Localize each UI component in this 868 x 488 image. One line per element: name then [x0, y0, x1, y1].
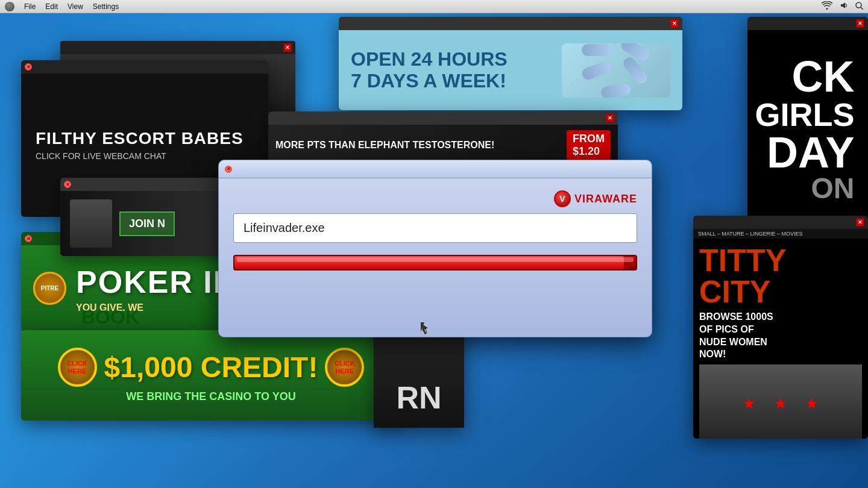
close-button-dialog[interactable]: ✕	[225, 166, 232, 173]
dialog-progress-shine	[237, 257, 634, 262]
close-button-dark-topleft[interactable]: ✕	[283, 43, 292, 52]
close-button-escort[interactable]: ✕	[25, 63, 32, 70]
popup-titty[interactable]: ✕ SMALL – MATURE – LINGERIE – MOVIES TIT…	[693, 216, 868, 439]
poker-logo-text: PITRE	[41, 285, 58, 292]
titty-sub: BROWSE 1000sOF PICS OFNUDE WOMENNOW!	[699, 311, 862, 361]
pills-visual	[562, 43, 670, 98]
escort-subtitle: CLICK FOR LIVE WEBCAM CHAT	[36, 151, 166, 161]
popup-titty-content: TITTYCITY BROWSE 1000sOF PICS OFNUDE WOM…	[693, 239, 868, 439]
pills-line1: OPEN 24 HOURS	[351, 49, 508, 70]
close-button-pills[interactable]: ✕	[670, 19, 679, 28]
wifi-icon	[822, 1, 832, 11]
ck-line1: CK	[755, 55, 860, 98]
poker-logo: PITRE	[33, 272, 66, 305]
casino-chip-label-left: CLICKHERE	[67, 360, 87, 374]
popup-escort-titlebar: ✕	[21, 60, 268, 74]
testo-text: MORE PTS THAN ELEPHANT TESTOSTERONE!	[275, 140, 494, 151]
titty-categories: SMALL – MATURE – LINGERIE – MOVIES	[693, 229, 868, 239]
viraware-logo-icon: V	[554, 190, 571, 207]
popup-testo[interactable]: ✕ MORE PTS THAN ELEPHANT TESTOSTERONE! F…	[268, 111, 618, 166]
popup-casino[interactable]: CLICKHERE $1,000 CREDIT! CLICKHERE WE BR…	[21, 330, 401, 421]
casino-amount: $1,000 CREDIT!	[104, 351, 318, 384]
close-button-join[interactable]: ✕	[64, 181, 71, 188]
sound-icon	[840, 1, 848, 11]
menu-file[interactable]: File	[24, 2, 36, 11]
apple-menu-icon[interactable]	[5, 2, 14, 11]
menu-edit[interactable]: Edit	[45, 2, 58, 11]
dialog-filename: Lifeinvader.exe	[233, 213, 637, 243]
dialog-body: V VIRAWARE Lifeinvader.exe	[219, 178, 652, 283]
casino-chip-left: CLICKHERE	[58, 348, 97, 387]
menu-settings[interactable]: Settings	[93, 2, 119, 11]
titty-star3: ★	[805, 395, 819, 412]
porn-partial-text: RN	[396, 380, 441, 416]
dialog-viraware: ✕ V VIRAWARE Lifeinvader.exe	[218, 160, 652, 337]
popup-casino-content: CLICKHERE $1,000 CREDIT! CLICKHERE WE BR…	[21, 330, 401, 421]
escort-title: FILTHY ESCORT BABES	[36, 130, 244, 148]
close-button-testo[interactable]: ✕	[606, 114, 614, 122]
titty-star2: ★	[774, 395, 787, 412]
ck-line2: GIRLS	[755, 98, 860, 131]
ck-line3: DAY	[755, 131, 860, 174]
close-button-ck[interactable]: ✕	[856, 19, 864, 28]
pills-line2: 7 DAYS A WEEK!	[351, 70, 508, 92]
testo-price: FROM $1.20	[567, 130, 611, 160]
viraware-logo: V VIRAWARE	[554, 190, 637, 207]
popup-titty-titlebar: ✕	[693, 216, 868, 229]
close-button-titty[interactable]: ✕	[856, 218, 864, 227]
casino-chip-label-right: CLICKHERE	[335, 360, 355, 374]
casino-sub: WE BRING THE CASINO TO YOU	[126, 390, 295, 403]
dialog-progress-bar	[233, 255, 637, 271]
dialog-logo-bar: V VIRAWARE	[233, 190, 637, 207]
popup-ck-content: CK GIRLS DAY ON	[747, 30, 868, 228]
join-button[interactable]: JOIN N	[119, 211, 175, 236]
testo-price-label: FROM	[573, 133, 605, 145]
popup-ck[interactable]: ✕ CK GIRLS DAY ON	[747, 17, 868, 228]
search-icon[interactable]	[855, 2, 863, 11]
titty-star1: ★	[743, 395, 756, 412]
menubar: File Edit View Settings	[0, 0, 868, 13]
popup-pills[interactable]: ✕ OPEN 24 HOURS 7 DAYS A WEEK!	[339, 17, 682, 110]
poker-faded: BOOK	[81, 306, 139, 328]
titty-image: ★ ★ ★	[699, 364, 862, 439]
menu-view[interactable]: View	[68, 2, 83, 11]
join-image	[70, 199, 112, 248]
popup-testo-titlebar: ✕	[268, 111, 618, 125]
dialog-titlebar: ✕	[219, 160, 652, 178]
casino-row: CLICKHERE $1,000 CREDIT! CLICKHERE	[58, 348, 365, 387]
close-button-poker[interactable]: ✕	[25, 235, 32, 242]
titty-title: TITTYCITY	[699, 245, 862, 307]
popup-ck-titlebar: ✕	[747, 17, 868, 30]
testo-price-value: $1.20	[573, 145, 600, 157]
casino-chip-right: CLICKHERE	[325, 348, 364, 387]
svg-line-1	[861, 7, 863, 10]
popup-pills-content: OPEN 24 HOURS 7 DAYS A WEEK!	[339, 30, 682, 110]
viraware-logo-text: VIRAWARE	[574, 193, 637, 205]
popup-pills-titlebar: ✕	[339, 17, 682, 30]
ck-on: ON	[755, 174, 860, 203]
popup-dark-topleft-titlebar: ✕	[60, 41, 295, 54]
